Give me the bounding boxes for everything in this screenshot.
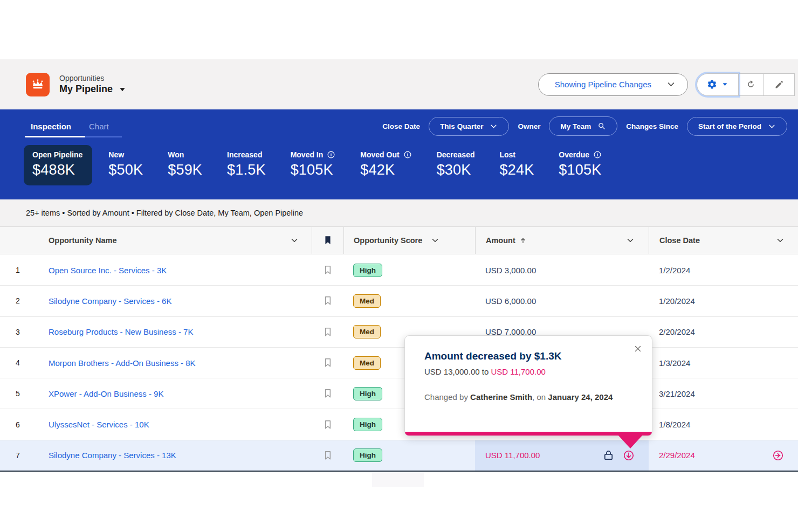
table-row[interactable]: 4 Morpon Brothers - Add-On Business - 8K…: [0, 348, 798, 378]
popover-accent-bar: [405, 432, 652, 436]
opportunities-crown-icon: [26, 73, 50, 96]
settings-gear-button[interactable]: [697, 73, 739, 96]
opportunity-link[interactable]: Roseburg Products - New Business - 7K: [49, 327, 193, 336]
chevron-down-icon: [666, 80, 676, 89]
owner-filter-value: My Team: [560, 122, 591, 130]
opportunity-link[interactable]: XPower - Add-On Business - 9K: [49, 389, 163, 398]
chevron-down-icon[interactable]: [290, 236, 299, 245]
scrollbar-stub[interactable]: [372, 473, 424, 487]
tab-inspection[interactable]: Inspection: [31, 122, 71, 131]
bookmark-icon[interactable]: [322, 388, 333, 399]
metric-value: $1.5K: [227, 162, 266, 178]
metric-open-pipeline[interactable]: Open Pipeline $488K: [24, 145, 92, 185]
opportunity-link[interactable]: Silodyne Company - Services - 6K: [49, 296, 171, 306]
metric-new[interactable]: New $50K: [108, 150, 143, 178]
close-date-cell: 3/21/2024: [649, 378, 798, 409]
close-icon[interactable]: [633, 344, 643, 354]
column-header-amount[interactable]: Amount: [475, 227, 649, 254]
chevron-down-icon[interactable]: [626, 236, 635, 245]
table-row[interactable]: 3 Roseburg Products - New Business - 7K …: [0, 317, 798, 348]
bookmark-icon[interactable]: [322, 357, 333, 368]
active-tab-underline: [25, 136, 85, 137]
metric-decreased[interactable]: Decreased $30K: [437, 150, 475, 178]
metric-won[interactable]: Won $59K: [168, 150, 202, 178]
changed-amount-value: USD 11,700.00: [485, 451, 540, 460]
opportunity-link[interactable]: Silodyne Company - Services - 13K: [49, 451, 176, 460]
info-icon[interactable]: [593, 150, 602, 159]
edit-button[interactable]: [763, 73, 795, 96]
info-icon[interactable]: [403, 150, 412, 159]
changes-since-filter-label: Changes Since: [626, 122, 678, 130]
owner-filter-button[interactable]: My Team: [549, 116, 617, 136]
metric-value: $50K: [108, 162, 143, 178]
opportunity-link[interactable]: UlyssesNet - Services - 10K: [49, 420, 149, 429]
column-label: Amount: [486, 236, 515, 245]
toolbar-button-group: [697, 73, 795, 96]
table-row[interactable]: 1 Open Source Inc. - Services - 3K High …: [0, 255, 798, 286]
page-title: Opportunities My Pipeline: [59, 74, 127, 95]
bookmark-icon[interactable]: [322, 295, 333, 306]
table-row[interactable]: 2 Silodyne Company - Services - 6K Med U…: [0, 286, 798, 316]
bookmark-icon[interactable]: [322, 450, 333, 461]
column-header-close-date[interactable]: Close Date: [649, 227, 798, 254]
metric-overdue[interactable]: Overdue $105K: [559, 150, 602, 178]
metric-moved-in[interactable]: Moved In $105K: [291, 150, 336, 178]
close-date-cell: 1/3/2024: [649, 348, 798, 378]
opportunity-link[interactable]: Morpon Brothers - Add-On Business - 8K: [49, 358, 196, 368]
metric-label: Moved In: [291, 150, 324, 159]
metric-value: $105K: [559, 162, 602, 178]
edit-pencil-icon: [774, 80, 784, 89]
object-label: Opportunities: [59, 74, 127, 82]
column-header-opportunity-score[interactable]: Opportunity Score: [343, 227, 475, 254]
opportunity-link[interactable]: Open Source Inc. - Services - 3K: [49, 266, 167, 275]
row-number: 7: [0, 440, 36, 471]
score-badge: High: [353, 418, 382, 431]
column-label: Opportunity Score: [354, 236, 422, 245]
table-row[interactable]: 5 XPower - Add-On Business - 9K High 3/2…: [0, 378, 798, 409]
bookmark-filled-icon: [322, 235, 333, 246]
close-date-filter-button[interactable]: This Quarter: [429, 117, 509, 136]
tabs: Inspection Chart: [31, 122, 109, 131]
changed-by-name: Catherine Smith: [470, 392, 532, 402]
filter-bar: Close Date This Quarter Owner My Team Ch…: [382, 116, 787, 136]
bookmark-icon[interactable]: [322, 265, 333, 275]
amount-connector: to: [482, 367, 489, 376]
popover-changed-by: Changed by Catherine Smith, on January 2…: [424, 389, 632, 405]
metric-label: Decreased: [437, 150, 475, 159]
info-icon[interactable]: [327, 150, 335, 159]
tab-chart[interactable]: Chart: [89, 122, 109, 131]
popover-amount-change: USD 13,000.00 to USD 11,700.00: [424, 367, 632, 376]
column-label: Opportunity Name: [49, 236, 116, 245]
bookmark-icon[interactable]: [322, 327, 333, 337]
date-pushed-indicator-icon[interactable]: [772, 450, 784, 461]
score-badge: High: [353, 387, 382, 400]
list-status-bar: 25+ items • Sorted by Amount • Filtered …: [0, 199, 798, 226]
refresh-button[interactable]: [739, 73, 763, 96]
metric-lost[interactable]: Lost $24K: [499, 150, 534, 178]
column-header-bookmark[interactable]: [312, 227, 343, 254]
bookmark-icon[interactable]: [322, 419, 333, 430]
showing-pipeline-changes-button[interactable]: Showing Pipeline Changes: [538, 73, 688, 96]
row-number: 5: [0, 378, 36, 409]
metric-increased[interactable]: Increased $1.5K: [227, 150, 266, 178]
gear-icon: [707, 79, 717, 89]
score-badge: Med: [353, 356, 381, 370]
row-number: 6: [0, 409, 36, 439]
chevron-down-icon[interactable]: [776, 236, 785, 245]
changes-since-filter-button[interactable]: Start of the Period: [687, 117, 787, 136]
list-view-dropdown-icon[interactable]: [118, 85, 127, 94]
lock-icon: [602, 449, 615, 461]
score-badge: High: [353, 448, 382, 462]
close-date-cell-changed: 2/29/2024: [649, 440, 798, 471]
gear-dropdown-triangle-icon: [721, 81, 728, 88]
table-row[interactable]: 6 UlyssesNet - Services - 10K High 1/8/2…: [0, 409, 798, 440]
refresh-icon: [746, 79, 756, 89]
metric-moved-out[interactable]: Moved Out $42K: [360, 150, 411, 178]
column-header-opportunity-name[interactable]: Opportunity Name: [36, 227, 312, 254]
metric-label: New: [108, 150, 143, 159]
row-number: 1: [0, 255, 36, 285]
amount-decreased-indicator-icon[interactable]: [623, 450, 635, 461]
close-date-filter-label: Close Date: [382, 122, 420, 130]
table-row-changed[interactable]: 7 Silodyne Company - Services - 13K High…: [0, 440, 798, 471]
chevron-down-icon[interactable]: [431, 236, 439, 245]
